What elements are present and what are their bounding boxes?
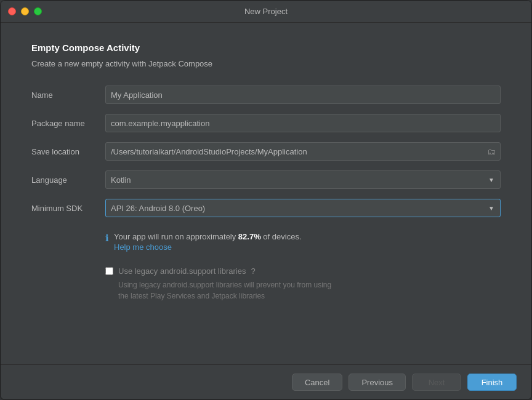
save-location-input[interactable] <box>105 142 501 161</box>
save-location-wrapper: 🗂 <box>105 142 501 161</box>
language-wrapper: Kotlin Java ▼ <box>105 170 501 189</box>
save-location-label: Save location <box>31 147 105 156</box>
finish-button[interactable]: Finish <box>467 374 517 391</box>
language-select[interactable]: Kotlin Java <box>105 170 501 189</box>
previous-button[interactable]: Previous <box>349 374 406 391</box>
info-box: ℹ Your app will run on approximately 82.… <box>105 232 501 252</box>
section-subtitle: Create a new empty activity with Jetpack… <box>31 59 501 68</box>
form-rows: Name Package name Save location 🗂 Langua… <box>31 86 501 227</box>
legacy-checkbox-row: Use legacy android.support libraries ? <box>105 266 501 276</box>
info-message: Your app will run on approximately 82.7%… <box>114 232 302 241</box>
help-link[interactable]: Help me choose <box>114 242 302 252</box>
name-label: Name <box>31 90 105 100</box>
package-name-row: Package name <box>31 114 501 132</box>
minimum-sdk-label: Minimum SDK <box>31 204 105 213</box>
minimum-sdk-wrapper: API 21: Android 5.0 (Lollipop) API 22: A… <box>105 199 501 217</box>
save-location-row: Save location 🗂 <box>31 142 501 161</box>
package-name-input[interactable] <box>105 114 501 132</box>
minimize-button[interactable] <box>21 7 29 15</box>
next-button: Next <box>412 374 461 391</box>
title-bar: New Project <box>1 1 531 23</box>
footer: Cancel Previous Next Finish <box>1 364 531 399</box>
name-row: Name <box>31 86 501 104</box>
legacy-checkbox-label: Use legacy android.support libraries <box>118 266 246 276</box>
legacy-section: Use legacy android.support libraries ? U… <box>105 266 501 302</box>
name-input[interactable] <box>105 86 501 104</box>
legacy-help-icon[interactable]: ? <box>251 266 255 276</box>
main-content: Empty Compose Activity Create a new empt… <box>1 23 531 364</box>
package-name-label: Package name <box>31 119 105 128</box>
window-title: New Project <box>244 7 288 16</box>
legacy-description: Using legacy android.support libraries w… <box>118 279 501 302</box>
language-row: Language Kotlin Java ▼ <box>31 170 501 189</box>
cancel-button[interactable]: Cancel <box>292 374 342 391</box>
minimum-sdk-select[interactable]: API 21: Android 5.0 (Lollipop) API 22: A… <box>105 199 501 217</box>
legacy-checkbox[interactable] <box>105 267 113 275</box>
close-button[interactable] <box>8 7 16 15</box>
info-icon: ℹ <box>105 233 109 244</box>
traffic-lights <box>8 7 42 15</box>
maximize-button[interactable] <box>34 7 42 15</box>
app-window: New Project Empty Compose Activity Creat… <box>0 0 532 400</box>
language-label: Language <box>31 175 105 185</box>
section-title: Empty Compose Activity <box>31 42 501 53</box>
minimum-sdk-row: Minimum SDK API 21: Android 5.0 (Lollipo… <box>31 199 501 217</box>
